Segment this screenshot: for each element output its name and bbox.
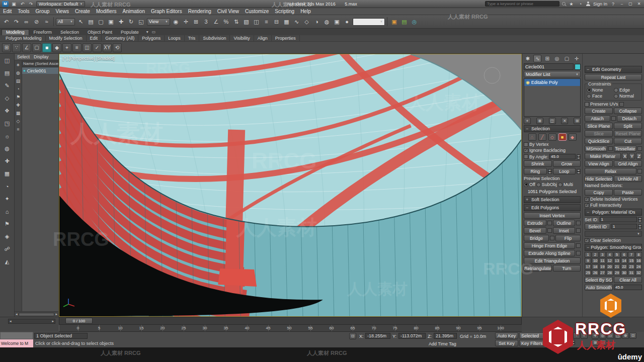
constraint-none-radio[interactable] bbox=[587, 88, 591, 93]
smoothing-group-5-button[interactable]: 5 bbox=[614, 252, 620, 257]
modifier-stack-item[interactable]: ◉Editable Poly bbox=[524, 79, 580, 86]
auto-smooth-button[interactable]: Auto Smooth bbox=[585, 284, 613, 291]
hide-selected-button[interactable]: Hide Selected bbox=[585, 175, 613, 182]
menu-animation[interactable]: Animation bbox=[119, 8, 147, 15]
display-bones-icon[interactable]: ◇ bbox=[17, 119, 20, 124]
help-icon[interactable]: ? bbox=[610, 1, 616, 7]
window-crossing-icon[interactable]: ▣ bbox=[106, 17, 116, 27]
edge-subobject-icon[interactable]: ╱ bbox=[538, 133, 546, 141]
smoothing-group-1-button[interactable]: 1 bbox=[585, 252, 591, 257]
isolate-selection-icon[interactable]: ◎ bbox=[410, 17, 419, 27]
cut-button[interactable]: Cut bbox=[614, 138, 642, 144]
menu-graph-editors[interactable]: Graph Editors bbox=[148, 8, 185, 15]
show-end-result-icon[interactable]: ≡ bbox=[72, 43, 82, 52]
preserve-uvs-settings-button[interactable] bbox=[619, 102, 624, 107]
smoothing-group-17-button[interactable]: 17 bbox=[585, 264, 591, 269]
smoothing-group-29-button[interactable]: 29 bbox=[614, 270, 620, 276]
close-button[interactable]: ✕ bbox=[636, 1, 642, 7]
menu-rendering[interactable]: Rendering bbox=[185, 8, 214, 15]
smoothing-group-10-button[interactable]: 10 bbox=[592, 258, 598, 263]
display-all-icon[interactable]: ∗ bbox=[16, 62, 20, 67]
ribbon-section-align[interactable]: Align bbox=[254, 35, 272, 41]
scroll-right-icon[interactable]: ▸ bbox=[55, 312, 57, 316]
select-and-link-icon[interactable]: ∞ bbox=[22, 17, 31, 27]
maxscript-mini-listener[interactable]: Welcome to M bbox=[0, 339, 33, 347]
msmooth-settings-button[interactable] bbox=[608, 146, 613, 151]
rendered-frame-window-icon[interactable]: ▣ bbox=[332, 17, 342, 27]
menu-modifiers[interactable]: Modifiers bbox=[93, 8, 120, 15]
perspective-viewport[interactable]: [+] [Perspective] [Shaded] bbox=[59, 54, 522, 317]
smoothing-group-11-button[interactable]: 11 bbox=[599, 258, 606, 263]
angle-snap-icon[interactable]: ∠ bbox=[211, 17, 221, 27]
flip-button[interactable]: Flip bbox=[555, 235, 581, 241]
display-tab-icon[interactable]: ▢ bbox=[563, 55, 571, 62]
preserve-uvs-checkbox[interactable] bbox=[585, 102, 589, 107]
add-time-tag[interactable]: Add Time Tag bbox=[429, 341, 456, 346]
menu-group[interactable]: Group bbox=[33, 8, 53, 15]
smoothing-group-8-button[interactable]: 8 bbox=[635, 252, 642, 257]
selection-rollout-header[interactable]: −Selection bbox=[524, 125, 581, 132]
remove-modifier-icon[interactable]: ✕ bbox=[561, 118, 568, 124]
border-subobject-icon[interactable]: ◇ bbox=[548, 133, 556, 141]
repeat-last-button[interactable]: Repeat Last bbox=[585, 74, 642, 80]
y-coordinate-field[interactable]: -113.072m bbox=[398, 333, 426, 339]
time-slider-track[interactable]: 0 / 100 bbox=[59, 317, 522, 325]
make-planar-button[interactable]: Make Planar bbox=[585, 153, 621, 159]
tessellate-settings-button[interactable] bbox=[637, 146, 642, 151]
container-icon[interactable]: ▣ bbox=[389, 17, 399, 27]
smoothing-group-12-button[interactable]: 12 bbox=[606, 258, 613, 263]
link-tool-icon[interactable]: ☍ bbox=[2, 245, 12, 253]
unhide-all-button[interactable]: Unhide All bbox=[614, 175, 642, 182]
mirror-icon[interactable]: ◫ bbox=[252, 17, 261, 27]
select-and-move-icon[interactable]: ✚ bbox=[116, 17, 126, 27]
create-button[interactable]: Create bbox=[585, 108, 613, 114]
ring-spinner[interactable]: ▲▼ bbox=[548, 169, 552, 174]
smoothing-group-14-button[interactable]: 14 bbox=[621, 258, 627, 263]
ribbon-section-polygon-modeling[interactable]: Polygon Modeling bbox=[2, 35, 46, 41]
vertex-mode-icon[interactable]: ∵ bbox=[12, 43, 21, 52]
ribbon-tab-modeling[interactable]: Modeling bbox=[2, 29, 29, 35]
material-icon[interactable]: ◈ bbox=[2, 232, 12, 241]
smoothing-groups-rollout-header[interactable]: −Polygon: Smoothing Groups bbox=[585, 244, 642, 251]
vertex-subobject-icon[interactable]: ∴ bbox=[528, 133, 536, 141]
smoothing-group-2-button[interactable]: 2 bbox=[592, 252, 598, 257]
extrude-spline-settings-button[interactable] bbox=[576, 251, 581, 255]
smoothing-group-13-button[interactable]: 13 bbox=[614, 258, 620, 263]
select-by-sg-button[interactable]: Select By SG bbox=[585, 277, 613, 283]
scrollbar-thumb[interactable] bbox=[19, 313, 55, 316]
make-unique-icon[interactable]: ◫ bbox=[549, 118, 556, 124]
scroll-left-icon[interactable]: ◂ bbox=[16, 312, 18, 316]
menu-edit[interactable]: Edit bbox=[0, 8, 15, 15]
ribbon-section-loops[interactable]: Loops bbox=[165, 35, 185, 41]
smoothing-group-7-button[interactable]: 7 bbox=[628, 252, 634, 257]
insert-vertex-button[interactable]: Insert Vertex bbox=[524, 212, 581, 219]
menu-create[interactable]: Create bbox=[72, 8, 93, 15]
by-angle-value[interactable]: 45.0 bbox=[549, 154, 576, 159]
tessellate-button[interactable]: Tessellate bbox=[614, 145, 636, 152]
edit-geometry-rollout-header[interactable]: −Edit Geometry bbox=[585, 66, 642, 73]
polygon-mode-icon[interactable]: ■ bbox=[42, 43, 51, 52]
extrude-settings-button[interactable] bbox=[547, 221, 552, 225]
menu-customize[interactable]: Customize bbox=[242, 8, 272, 15]
planar-z-button[interactable]: Z bbox=[636, 153, 642, 159]
app-logo-icon[interactable]: M bbox=[2, 1, 9, 7]
workspace-dropdown[interactable]: Workspace: Default▼ bbox=[36, 1, 85, 7]
explorer-column-header[interactable]: Name (Sorted Ascen... bbox=[22, 60, 58, 67]
select-id-value[interactable]: 1 bbox=[611, 224, 637, 229]
planar-x-button[interactable]: X bbox=[622, 153, 628, 159]
time-config-icon[interactable]: ◔ bbox=[2, 182, 12, 191]
edit-named-selection-sets-icon[interactable]: ▧ bbox=[242, 17, 251, 27]
smoothing-group-22-button[interactable]: 22 bbox=[621, 264, 627, 269]
explorer-menu-select[interactable]: Select bbox=[17, 54, 30, 59]
material-editor-icon[interactable]: ◑ bbox=[312, 17, 321, 27]
menu-help[interactable]: Help bbox=[297, 8, 314, 15]
bind-to-space-warp-icon[interactable]: ≈ bbox=[42, 17, 51, 27]
scroll-left-icon[interactable]: ◂ bbox=[10, 319, 12, 323]
z-coordinate-field[interactable]: 21.395m bbox=[434, 333, 457, 339]
outline-settings-button[interactable] bbox=[576, 221, 581, 225]
msmooth-button[interactable]: MSmooth bbox=[585, 145, 607, 152]
keyboard-shortcut-override-icon[interactable]: ⊞ bbox=[191, 17, 201, 27]
preview-off-radio[interactable] bbox=[524, 183, 528, 187]
use-pivot-point-icon[interactable]: ◉ bbox=[171, 17, 181, 27]
explorer-menu-display[interactable]: Display bbox=[34, 54, 49, 59]
